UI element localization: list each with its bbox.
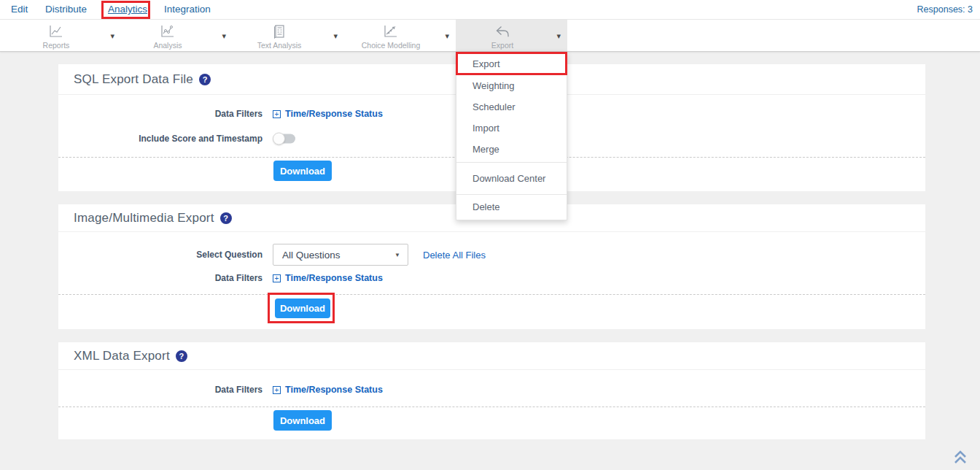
time-response-status-link[interactable]: + Time/Response Status (273, 109, 383, 119)
menu-item-scheduler[interactable]: Scheduler (456, 96, 567, 118)
top-nav-bar: Edit Distribute Analytics Integration Re… (0, 0, 980, 20)
dot-chart-icon (383, 24, 399, 39)
toolbar-item-export-main[interactable]: Export (456, 20, 549, 51)
toolbar-item-export[interactable]: Export ▾ (456, 20, 567, 51)
expand-plus-icon[interactable]: + (273, 274, 281, 282)
toolbar-item-analysis[interactable]: Analysis ▾ (121, 20, 233, 51)
download-button-sql[interactable]: Download (273, 161, 332, 181)
select-question-row: Select Question All Questions ▼ Delete A… (58, 244, 925, 266)
download-button-xml[interactable]: Download (273, 410, 332, 431)
menu-item-label: Weighting (472, 80, 515, 91)
reply-arrow-icon (494, 24, 510, 39)
toolbar-item-text-analysis-main[interactable]: Text Analysis (233, 20, 326, 51)
menu-item-label: Download Center (472, 173, 545, 184)
menu-item-label: Export (472, 58, 500, 69)
toolbar-item-label: Reports (43, 41, 70, 50)
help-icon[interactable]: ? (220, 212, 232, 224)
chevron-double-up-icon (952, 449, 968, 466)
export-dropdown-menu: Export Weighting Scheduler Import Merge … (456, 52, 567, 220)
dashed-divider (58, 294, 925, 295)
include-score-label: Include Score and Timestamp (58, 134, 262, 144)
responses-count[interactable]: Responses: 3 (917, 0, 973, 19)
toolbar-item-reports-main[interactable]: Reports (9, 20, 103, 51)
scatter-chart-icon (160, 24, 176, 39)
menu-item-export[interactable]: Export (456, 52, 567, 75)
select-value: All Questions (282, 250, 341, 261)
filter-link-label: Time/Response Status (285, 109, 383, 119)
filter-link-label: Time/Response Status (285, 385, 383, 395)
data-filters-label: Data Filters (58, 273, 262, 283)
menu-item-label: Scheduler (472, 101, 516, 112)
caret-down-icon[interactable]: ▾ (333, 31, 338, 40)
toolbar-item-text-analysis[interactable]: Text Analysis ▾ (233, 20, 344, 51)
filter-link-label: Time/Response Status (285, 273, 383, 283)
include-score-toggle[interactable] (273, 134, 295, 144)
toolbar-item-label: Text Analysis (257, 41, 302, 50)
menu-item-label: Import (472, 123, 499, 134)
menu-item-delete[interactable]: Delete (456, 195, 567, 219)
section-xml-export: XML Data Export ? Data Filters + Time/Re… (58, 342, 925, 439)
data-filters-row: Data Filters + Time/Response Status (58, 382, 925, 397)
document-icon (271, 24, 287, 39)
dashed-divider (58, 407, 925, 407)
download-button-image-multimedia[interactable]: Download (275, 298, 330, 318)
toggle-knob (273, 133, 285, 145)
select-question-label: Select Question (58, 250, 262, 260)
expand-plus-icon[interactable]: + (273, 110, 281, 118)
nav-item-edit[interactable]: Edit (11, 0, 28, 19)
menu-item-label: Merge (472, 144, 499, 155)
section-title: SQL Export Data File (74, 72, 193, 87)
caret-down-icon[interactable]: ▾ (445, 31, 449, 40)
menu-item-weighting[interactable]: Weighting (456, 75, 567, 96)
line-chart-icon (48, 24, 64, 39)
caret-down-icon[interactable]: ▾ (556, 31, 561, 40)
select-question-dropdown[interactable]: All Questions ▼ (273, 244, 408, 266)
menu-item-label: Delete (472, 201, 500, 212)
help-icon[interactable]: ? (199, 74, 211, 85)
toolbar-item-label: Analysis (153, 41, 182, 50)
section-title: XML Data Export (74, 349, 170, 363)
section-image-multimedia-export: Image/Multimedia Export ? Select Questio… (58, 204, 925, 329)
section-title: Image/Multimedia Export (74, 211, 214, 226)
toolbar-item-label: Export (491, 41, 513, 50)
toolbar-item-reports[interactable]: Reports ▾ (9, 20, 121, 51)
scroll-to-top-button[interactable] (952, 449, 968, 466)
toolbar-item-choice-modelling[interactable]: Choice Modelling ▾ (344, 20, 456, 51)
nav-item-distribute[interactable]: Distribute (45, 0, 87, 19)
delete-all-files-link[interactable]: Delete All Files (423, 250, 486, 261)
time-response-status-link[interactable]: + Time/Response Status (273, 385, 383, 395)
menu-item-merge[interactable]: Merge (456, 139, 567, 160)
help-icon[interactable]: ? (176, 350, 187, 362)
toolbar-item-choice-modelling-main[interactable]: Choice Modelling (344, 20, 438, 51)
time-response-status-link[interactable]: + Time/Response Status (273, 273, 383, 283)
nav-item-analytics[interactable]: Analytics (108, 0, 147, 19)
caret-down-icon[interactable]: ▾ (110, 31, 114, 40)
toolbar-item-analysis-main[interactable]: Analysis (121, 20, 214, 51)
data-filters-row: Data Filters + Time/Response Status (58, 271, 925, 285)
analytics-toolbar: Reports ▾ Analysis ▾ Text Analysis ▾ Cho… (0, 20, 980, 52)
data-filters-label: Data Filters (58, 109, 262, 119)
caret-down-icon[interactable]: ▾ (222, 31, 226, 40)
menu-item-download-center[interactable]: Download Center (456, 163, 567, 194)
select-caret-icon: ▼ (394, 252, 400, 258)
data-filters-label: Data Filters (58, 385, 262, 395)
nav-item-integration[interactable]: Integration (164, 0, 211, 19)
menu-item-import[interactable]: Import (456, 118, 567, 139)
expand-plus-icon[interactable]: + (273, 386, 281, 394)
section-header: XML Data Export ? (58, 342, 925, 370)
toolbar-item-label: Choice Modelling (362, 41, 421, 50)
